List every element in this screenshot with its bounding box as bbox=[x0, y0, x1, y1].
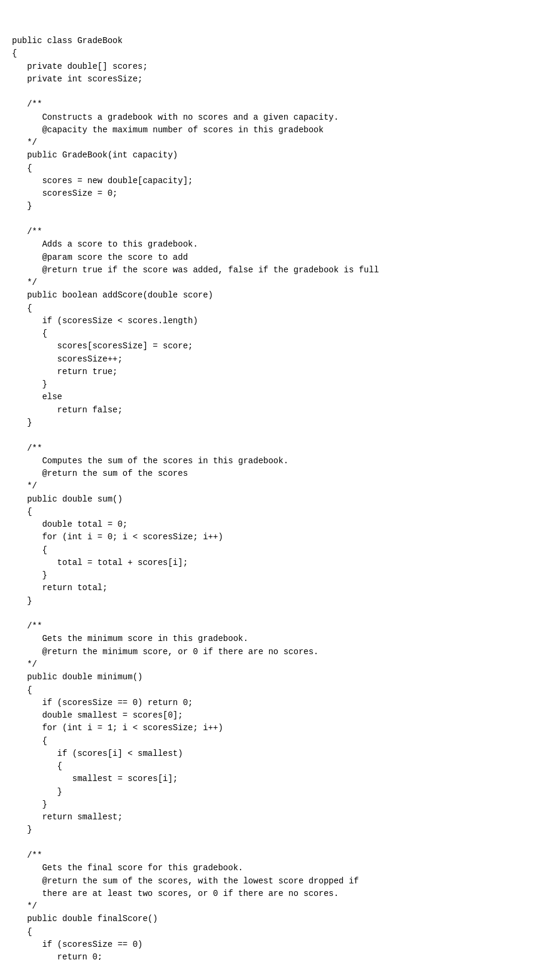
code-block: public class GradeBook { private double[… bbox=[12, 35, 548, 960]
code-container: public class GradeBook { private double[… bbox=[0, 0, 560, 960]
